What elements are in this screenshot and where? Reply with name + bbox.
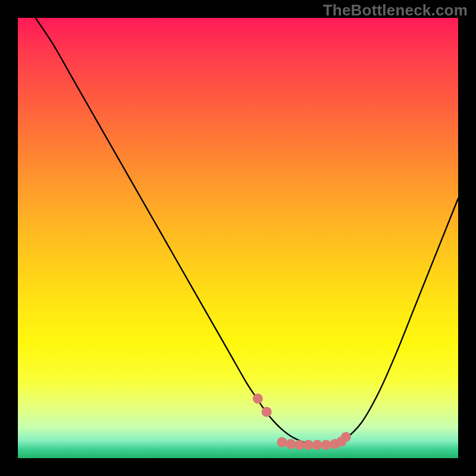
marker-dot: [295, 440, 305, 450]
watermark-text: TheBottleneck.com: [323, 1, 468, 20]
plot-area: [18, 18, 458, 458]
marker-dot: [262, 407, 272, 417]
marker-dot: [312, 440, 322, 450]
marker-dot: [277, 437, 287, 447]
marker-dot: [253, 394, 263, 404]
marker-dot: [286, 439, 296, 449]
marker-dot: [321, 440, 331, 450]
bottleneck-curve: [36, 18, 458, 445]
highlight-markers: [253, 394, 351, 450]
marker-dot: [341, 432, 351, 442]
curve-layer: [18, 18, 458, 458]
chart-frame: TheBottleneck.com: [0, 0, 476, 476]
marker-dot: [303, 440, 314, 450]
